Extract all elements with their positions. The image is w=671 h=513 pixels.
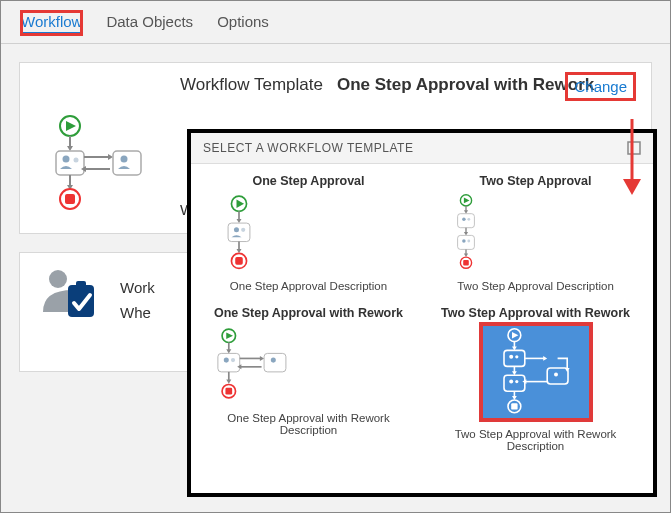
svg-marker-51 — [226, 349, 231, 353]
when-label: Whe — [120, 304, 155, 321]
svg-marker-40 — [464, 232, 468, 236]
workflow-thumb-icon — [426, 192, 506, 276]
svg-rect-79 — [547, 368, 568, 384]
svg-marker-73 — [543, 356, 547, 361]
svg-rect-69 — [504, 350, 525, 366]
template-title: One Step Approval with Rework — [199, 306, 418, 320]
svg-point-17 — [49, 270, 67, 288]
workflow-thumb-icon — [481, 324, 591, 420]
svg-marker-81 — [564, 368, 569, 372]
svg-marker-62 — [226, 379, 231, 383]
template-one-step[interactable]: One Step Approval One Step Approval Desc… — [195, 170, 422, 298]
tab-row: Workflow Data Objects Options — [1, 1, 670, 44]
svg-point-42 — [462, 239, 466, 243]
svg-rect-18 — [68, 285, 94, 317]
svg-point-26 — [234, 227, 239, 232]
svg-marker-35 — [464, 210, 468, 214]
svg-point-60 — [271, 358, 276, 363]
template-label: Workflow Template — [180, 75, 323, 95]
svg-point-43 — [467, 240, 470, 243]
template-header: Workflow Template One Step Approval with… — [180, 75, 631, 95]
tab-workflow[interactable]: Workflow — [21, 11, 82, 35]
svg-rect-36 — [458, 214, 475, 228]
workflow-thumb-icon — [199, 192, 279, 276]
select-template-popup: SELECT A WORKFLOW TEMPLATE One Step Appr… — [187, 129, 657, 497]
workflow-diagram-icon — [50, 111, 150, 211]
template-value: One Step Approval with Rework — [337, 75, 594, 95]
svg-marker-24 — [236, 219, 241, 223]
svg-rect-19 — [76, 281, 86, 289]
svg-point-5 — [63, 156, 70, 163]
svg-point-70 — [509, 355, 513, 359]
svg-rect-11 — [113, 151, 141, 175]
workflow-thumb-icon — [199, 324, 309, 408]
tab-data-objects[interactable]: Data Objects — [106, 11, 193, 35]
svg-point-80 — [554, 372, 558, 376]
window-icon[interactable] — [627, 141, 641, 155]
svg-point-77 — [509, 380, 513, 384]
svg-rect-25 — [228, 223, 250, 241]
svg-point-54 — [231, 358, 235, 362]
svg-rect-16 — [65, 194, 75, 204]
popup-header: SELECT A WORKFLOW TEMPLATE — [191, 133, 653, 164]
svg-rect-76 — [504, 375, 525, 391]
svg-marker-56 — [260, 356, 264, 361]
template-desc: One Step Approval with Rework Descriptio… — [199, 412, 418, 436]
template-desc: Two Step Approval Description — [426, 280, 645, 294]
person-clipboard-icon — [40, 267, 100, 322]
svg-marker-66 — [512, 332, 518, 338]
template-title: Two Step Approval — [426, 174, 645, 188]
popup-title: SELECT A WORKFLOW TEMPLATE — [203, 141, 413, 155]
tab-options[interactable]: Options — [217, 11, 269, 35]
svg-point-12 — [121, 156, 128, 163]
template-one-step-rework[interactable]: One Step Approval with Rework One Step A… — [195, 302, 422, 456]
template-grid: One Step Approval One Step Approval Desc… — [191, 164, 653, 466]
template-title: One Step Approval — [199, 174, 418, 188]
svg-point-38 — [467, 218, 470, 221]
svg-point-37 — [462, 218, 466, 222]
svg-rect-20 — [628, 142, 640, 154]
change-template-button[interactable]: Change — [570, 77, 631, 96]
svg-point-78 — [515, 380, 518, 383]
svg-rect-4 — [56, 151, 84, 175]
template-title: Two Step Approval with Rework — [426, 306, 645, 320]
svg-point-71 — [515, 355, 518, 358]
svg-point-27 — [241, 228, 245, 232]
svg-point-53 — [224, 358, 229, 363]
svg-rect-41 — [458, 235, 475, 249]
svg-point-6 — [74, 158, 79, 163]
template-desc: Two Step Approval with Rework Descriptio… — [426, 428, 645, 452]
svg-rect-59 — [264, 353, 286, 371]
template-desc: One Step Approval Description — [199, 280, 418, 294]
svg-rect-64 — [225, 388, 232, 395]
svg-rect-47 — [463, 260, 469, 266]
svg-rect-87 — [511, 403, 517, 409]
svg-rect-52 — [218, 353, 240, 371]
workflow-label: Work — [120, 279, 155, 296]
svg-rect-31 — [235, 257, 243, 265]
template-two-step[interactable]: Two Step Approval Two Step Approval Desc… — [422, 170, 649, 298]
template-two-step-rework[interactable]: Two Step Approval with Rework — [422, 302, 649, 456]
